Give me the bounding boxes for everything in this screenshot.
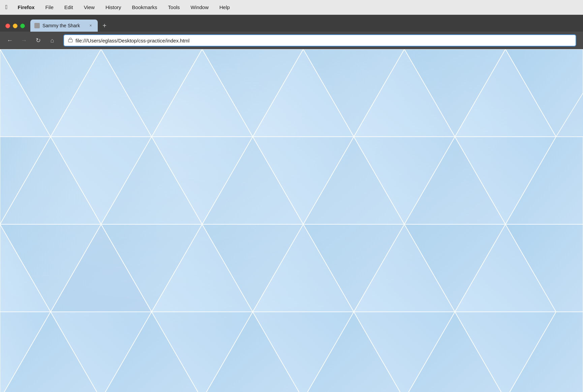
menubar-item-window[interactable]: Window <box>189 4 211 11</box>
window-maximize-button[interactable] <box>20 24 25 28</box>
forward-button[interactable]: → <box>18 35 30 46</box>
window-close-button[interactable] <box>5 24 10 28</box>
menubar-item-help[interactable]: Help <box>217 4 232 11</box>
tab-active[interactable]: Sammy the Shark × <box>30 20 98 32</box>
address-bar[interactable]: file:///Users/eglass/Desktop/css-practic… <box>63 34 576 46</box>
menubar:  Firefox File Edit View History Bookmar… <box>0 0 583 15</box>
geometric-background <box>0 49 583 392</box>
svg-rect-0 <box>68 39 72 42</box>
menubar-item-file[interactable]: File <box>43 4 56 11</box>
tab-bar: Sammy the Shark × + <box>0 15 583 32</box>
address-security-icon <box>68 38 73 43</box>
back-button[interactable]: ← <box>4 35 16 46</box>
address-url: file:///Users/eglass/Desktop/css-practic… <box>75 38 572 43</box>
nav-bar: ← → ↻ ⌂ file:///Users/eglass/Desktop/css… <box>0 32 583 49</box>
window-minimize-button[interactable] <box>13 24 18 28</box>
new-tab-button[interactable]: + <box>99 20 110 31</box>
page-content <box>0 49 583 392</box>
menubar-item-history[interactable]: History <box>103 4 123 11</box>
svg-rect-51 <box>0 49 583 392</box>
menubar-item-firefox[interactable]: Firefox <box>16 4 37 11</box>
tab-close-button[interactable]: × <box>88 23 94 29</box>
menubar-item-edit[interactable]: Edit <box>62 4 75 11</box>
tab-favicon <box>34 23 40 28</box>
menubar-item-view[interactable]: View <box>82 4 97 11</box>
apple-menu-icon[interactable]:  <box>5 4 8 11</box>
menubar-item-tools[interactable]: Tools <box>166 4 182 11</box>
browser-chrome: Sammy the Shark × + ← → ↻ ⌂ file:///User… <box>0 15 583 49</box>
home-button[interactable]: ⌂ <box>47 35 58 46</box>
traffic-lights <box>3 24 29 32</box>
reload-button[interactable]: ↻ <box>32 35 44 46</box>
menubar-item-bookmarks[interactable]: Bookmarks <box>130 4 159 11</box>
tab-title: Sammy the Shark <box>42 23 85 28</box>
